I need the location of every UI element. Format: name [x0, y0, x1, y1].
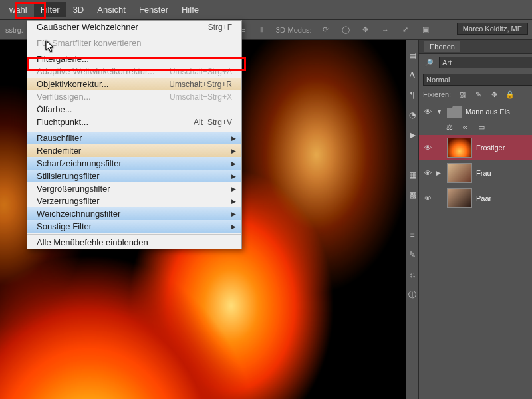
menu-item-label: Adaptive Weitwinkelkorrektur...: [37, 66, 170, 76]
brush-icon[interactable]: ✎: [406, 249, 418, 261]
menu-item-scharfzeichnungsfilter[interactable]: Scharfzeichnungsfilter: [27, 157, 241, 170]
doc-tab-fragment: sstrg.: [5, 26, 23, 34]
visibility-toggle-icon[interactable]: 👁: [423, 169, 432, 177]
blend-mode-select[interactable]: Normal▾: [423, 74, 532, 86]
layer-paar[interactable]: 👁Paar: [419, 186, 532, 211]
menu-item-filter[interactable]: Filter: [34, 2, 66, 17]
visibility-toggle-icon[interactable]: 👁: [423, 144, 432, 152]
menu-item-label: Ölfarbe...: [37, 104, 232, 114]
menu-item-renderfilter[interactable]: Renderfilter: [27, 144, 241, 157]
balance-icon[interactable]: ⚖: [444, 122, 455, 132]
layer-name[interactable]: Mann aus Eis: [466, 108, 510, 116]
menu-item-lfarbe[interactable]: Ölfarbe...: [27, 103, 241, 116]
menu-item-label: Fluchtpunkt...: [37, 117, 194, 127]
layer-name[interactable]: Frostiger: [476, 144, 505, 152]
menu-item-label: Sonstige Filter: [37, 221, 232, 231]
folder-icon: [447, 106, 462, 118]
menu-item-label: Stilisierungsfilter: [37, 171, 232, 181]
sphere-icon[interactable]: ◯: [340, 24, 352, 36]
layer-mann-aus-eis[interactable]: 👁▼Mann aus Eis: [419, 103, 532, 120]
layers-panel-tab[interactable]: Ebenen: [419, 40, 532, 54]
menu-item-f-r-smartfilter-konvertieren: Für Smartfilter konvertieren: [27, 37, 241, 49]
orbit-icon[interactable]: ⟳: [320, 24, 332, 36]
pan-icon[interactable]: ✥: [360, 24, 372, 36]
menu-item-verfl-ssigen: Verflüssigen...Umschalt+Strg+X: [27, 90, 241, 103]
mouse-cursor-icon: [45, 40, 56, 55]
lock-pixels-icon[interactable]: ✎: [473, 90, 483, 99]
menu-item-3d[interactable]: 3D: [66, 2, 91, 17]
lock-label: Fixieren:: [423, 90, 451, 98]
menu-item-label: Alle Menübefehle einblenden: [37, 237, 232, 247]
menubar: wahl Filter 3D Ansicht Fenster Hilfe: [0, 0, 532, 20]
menu-item-label: Gaußscher Weichzeichner: [37, 22, 208, 32]
menu-item-label: Verflüssigen...: [37, 92, 170, 102]
menu-item-label: Weichzeichnungsfilter: [37, 209, 232, 219]
camera-icon[interactable]: ▣: [420, 24, 432, 36]
mode3d-label: 3D-Modus:: [276, 26, 312, 34]
menu-item-filtergalerie[interactable]: Filtergalerie...: [27, 53, 241, 65]
menu-item-shortcut: Umschalt+Strg+A: [170, 67, 232, 76]
search-icon[interactable]: 🔎: [423, 57, 435, 68]
layer-name[interactable]: Frau: [476, 169, 491, 177]
play-icon[interactable]: ▶: [406, 129, 418, 141]
menu-item-objektivkorrektur[interactable]: Objektivkorrektur...Umschalt+Strg+R: [27, 78, 241, 90]
disclosure-icon[interactable]: ▼: [436, 108, 443, 115]
menu-item-gau-scher-weichzeichner[interactable]: Gaußscher WeichzeichnerStrg+F: [27, 21, 241, 33]
menu-item-label: Rauschfilter: [37, 133, 232, 143]
menu-item-ansicht[interactable]: Ansicht: [90, 2, 132, 17]
layer-thumbnail: [447, 188, 472, 208]
menu-item-label: Filtergalerie...: [37, 54, 232, 64]
adjustments-icon[interactable]: ≡: [406, 229, 418, 241]
menu-item-label: Objektivkorrektur...: [37, 79, 169, 89]
scale3d-icon[interactable]: ⤢: [400, 24, 412, 36]
menu-item-fluchtpunkt[interactable]: Fluchtpunkt...Alt+Strg+V: [27, 116, 241, 128]
menu-item-verzerrungsfilter[interactable]: Verzerrungsfilter: [27, 195, 241, 207]
collapsed-panel-strip: ▤ A ¶ ◔ ▶ ▦ ▩ ≡ ✎ ⎌ ⓘ: [406, 40, 418, 399]
menu-item-alle-men-befehle-einblenden[interactable]: Alle Menübefehle einblenden: [27, 236, 241, 249]
visibility-toggle-icon[interactable]: 👁: [423, 194, 432, 202]
menu-item-fenster[interactable]: Fenster: [132, 2, 175, 17]
visibility-toggle-icon[interactable]: 👁: [423, 108, 432, 116]
mask-icon[interactable]: ▭: [476, 122, 487, 132]
menu-item-adaptive-weitwinkelkorrektur: Adaptive Weitwinkelkorrektur...Umschalt+…: [27, 65, 241, 78]
character-icon[interactable]: A: [406, 69, 418, 81]
clock-icon[interactable]: ◔: [406, 109, 418, 121]
lock-all-icon[interactable]: 🔒: [505, 90, 515, 99]
menu-item-label: Für Smartfilter konvertieren: [37, 38, 232, 48]
styles-icon[interactable]: ▩: [406, 189, 418, 201]
layers-panel: Ebenen 🔎 ▧ Normal▾ Fixieren: ▨ ✎ ✥ 🔒 👁▼M…: [418, 40, 532, 399]
right-panel-area: ▤ A ¶ ◔ ▶ ▦ ▩ ≡ ✎ ⎌ ⓘ Ebenen 🔎 ▧ Normal▾…: [406, 40, 532, 399]
lock-row: Fixieren: ▨ ✎ ✥ 🔒: [419, 88, 532, 103]
menu-item-shortcut: Alt+Strg+V: [194, 118, 232, 127]
adjustment-icons-row: ⚖∞▭: [419, 120, 532, 135]
layer-thumbnail: [447, 163, 472, 183]
menu-item-vergr-erungsfilter[interactable]: Vergrößerungsfilter: [27, 182, 241, 195]
distribute-icon[interactable]: ⫴: [256, 24, 268, 36]
menu-item-rauschfilter[interactable]: Rauschfilter: [27, 132, 241, 144]
histogram-icon[interactable]: ▤: [406, 49, 418, 61]
menu-item-label: Renderfilter: [37, 146, 232, 156]
layer-frau[interactable]: 👁▶Frau: [419, 160, 532, 186]
swatches-icon[interactable]: ▦: [406, 169, 418, 181]
clone-icon[interactable]: ⎌: [406, 269, 418, 281]
layer-filter-select[interactable]: [439, 57, 532, 68]
filter-menu-dropdown: Gaußscher WeichzeichnerStrg+FFür Smartfi…: [27, 20, 242, 249]
menu-item-hilfe[interactable]: Hilfe: [175, 2, 205, 17]
menu-item-auswahl[interactable]: wahl: [3, 2, 34, 17]
layer-frostiger[interactable]: 👁Frostiger: [419, 135, 532, 160]
lock-position-icon[interactable]: ✥: [489, 90, 499, 99]
menu-item-weichzeichnungsfilter[interactable]: Weichzeichnungsfilter: [27, 207, 241, 220]
paragraph-icon[interactable]: ¶: [406, 89, 418, 101]
menu-item-shortcut: Umschalt+Strg+R: [169, 80, 232, 89]
info-icon[interactable]: ⓘ: [406, 289, 418, 301]
lock-transparency-icon[interactable]: ▨: [458, 90, 467, 99]
menu-item-sonstige-filter[interactable]: Sonstige Filter: [27, 220, 241, 233]
slide-icon[interactable]: ↔: [380, 24, 392, 36]
link-icon[interactable]: ∞: [460, 122, 471, 132]
menu-item-stilisierungsfilter[interactable]: Stilisierungsfilter: [27, 170, 241, 182]
user-badge[interactable]: Marco Kolditz, ME: [457, 23, 528, 35]
disclosure-icon[interactable]: ▶: [436, 170, 443, 176]
layer-name[interactable]: Paar: [476, 194, 491, 202]
menu-item-label: Scharfzeichnungsfilter: [37, 158, 232, 168]
menu-item-shortcut: Strg+F: [208, 23, 232, 32]
